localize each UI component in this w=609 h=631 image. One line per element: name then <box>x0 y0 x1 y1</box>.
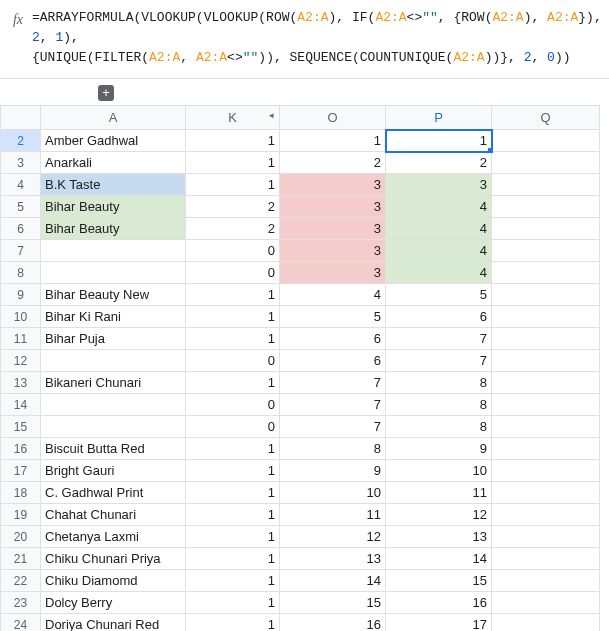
row-header[interactable]: 2 <box>1 130 41 152</box>
cell-O6[interactable]: 3 <box>280 218 386 240</box>
cell-A9[interactable]: Bihar Beauty New <box>41 284 186 306</box>
row-header[interactable]: 14 <box>1 394 41 416</box>
cell-Q20[interactable] <box>492 526 600 548</box>
row-header[interactable]: 3 <box>1 152 41 174</box>
cell-P13[interactable]: 8 <box>386 372 492 394</box>
cell-K23[interactable]: 1 <box>186 592 280 614</box>
cell-O11[interactable]: 6 <box>280 328 386 350</box>
cell-Q17[interactable] <box>492 460 600 482</box>
cell-Q18[interactable] <box>492 482 600 504</box>
row-header[interactable]: 17 <box>1 460 41 482</box>
spreadsheet-grid[interactable]: AK◂▸OPQ 2Amber Gadhwal1113Anarkali1224B.… <box>0 105 600 631</box>
cell-A7[interactable] <box>41 240 186 262</box>
cell-O7[interactable]: 3 <box>280 240 386 262</box>
cell-K22[interactable]: 1 <box>186 570 280 592</box>
cell-A16[interactable]: Biscuit Butta Red <box>41 438 186 460</box>
cell-P23[interactable]: 16 <box>386 592 492 614</box>
row-header[interactable]: 22 <box>1 570 41 592</box>
cell-P14[interactable]: 8 <box>386 394 492 416</box>
cell-O3[interactable]: 2 <box>280 152 386 174</box>
row-header[interactable]: 13 <box>1 372 41 394</box>
cell-Q7[interactable] <box>492 240 600 262</box>
column-header-P[interactable]: P <box>386 106 492 130</box>
cell-A21[interactable]: Chiku Chunari Priya <box>41 548 186 570</box>
cell-O18[interactable]: 10 <box>280 482 386 504</box>
cell-A8[interactable] <box>41 262 186 284</box>
cell-K7[interactable]: 0 <box>186 240 280 262</box>
cell-A13[interactable]: Bikaneri Chunari <box>41 372 186 394</box>
column-header-A[interactable]: A <box>41 106 186 130</box>
cell-P4[interactable]: 3 <box>386 174 492 196</box>
row-header[interactable]: 20 <box>1 526 41 548</box>
row-header[interactable]: 8 <box>1 262 41 284</box>
row-header[interactable]: 15 <box>1 416 41 438</box>
cell-K11[interactable]: 1 <box>186 328 280 350</box>
cell-Q8[interactable] <box>492 262 600 284</box>
cell-O24[interactable]: 16 <box>280 614 386 632</box>
cell-A19[interactable]: Chahat Chunari <box>41 504 186 526</box>
cell-A3[interactable]: Anarkali <box>41 152 186 174</box>
cell-A6[interactable]: Bihar Beauty <box>41 218 186 240</box>
cell-Q22[interactable] <box>492 570 600 592</box>
cell-P8[interactable]: 4 <box>386 262 492 284</box>
cell-K16[interactable]: 1 <box>186 438 280 460</box>
cell-A4[interactable]: B.K Taste <box>41 174 186 196</box>
formula-input[interactable]: =ARRAYFORMULA(VLOOKUP(VLOOKUP(ROW(A2:A),… <box>32 6 605 68</box>
cell-O19[interactable]: 11 <box>280 504 386 526</box>
cell-O10[interactable]: 5 <box>280 306 386 328</box>
cell-K10[interactable]: 1 <box>186 306 280 328</box>
cell-A17[interactable]: Bright Gauri <box>41 460 186 482</box>
cell-Q11[interactable] <box>492 328 600 350</box>
cell-K14[interactable]: 0 <box>186 394 280 416</box>
cell-Q15[interactable] <box>492 416 600 438</box>
row-header[interactable]: 9 <box>1 284 41 306</box>
cell-O20[interactable]: 12 <box>280 526 386 548</box>
cell-P20[interactable]: 13 <box>386 526 492 548</box>
cell-K9[interactable]: 1 <box>186 284 280 306</box>
cell-Q9[interactable] <box>492 284 600 306</box>
cell-K19[interactable]: 1 <box>186 504 280 526</box>
cell-O4[interactable]: 3 <box>280 174 386 196</box>
cell-Q6[interactable] <box>492 218 600 240</box>
cell-A24[interactable]: Doriya Chunari Red <box>41 614 186 632</box>
cell-A22[interactable]: Chiku Diamomd <box>41 570 186 592</box>
add-column-button[interactable]: + <box>98 85 114 101</box>
select-all-corner[interactable] <box>1 106 41 130</box>
cell-O8[interactable]: 3 <box>280 262 386 284</box>
row-header[interactable]: 19 <box>1 504 41 526</box>
cell-O13[interactable]: 7 <box>280 372 386 394</box>
cell-K12[interactable]: 0 <box>186 350 280 372</box>
cell-K8[interactable]: 0 <box>186 262 280 284</box>
cell-A10[interactable]: Bihar Ki Rani <box>41 306 186 328</box>
row-header[interactable]: 7 <box>1 240 41 262</box>
cell-Q4[interactable] <box>492 174 600 196</box>
row-header[interactable]: 23 <box>1 592 41 614</box>
cell-K6[interactable]: 2 <box>186 218 280 240</box>
cell-A15[interactable] <box>41 416 186 438</box>
cell-A2[interactable]: Amber Gadhwal <box>41 130 186 152</box>
cell-Q21[interactable] <box>492 548 600 570</box>
cell-Q13[interactable] <box>492 372 600 394</box>
column-group-toggle[interactable]: ◂▸ <box>267 110 280 120</box>
cell-P17[interactable]: 10 <box>386 460 492 482</box>
cell-O21[interactable]: 13 <box>280 548 386 570</box>
cell-A14[interactable] <box>41 394 186 416</box>
row-header[interactable]: 24 <box>1 614 41 632</box>
row-header[interactable]: 11 <box>1 328 41 350</box>
cell-O2[interactable]: 1 <box>280 130 386 152</box>
cell-O17[interactable]: 9 <box>280 460 386 482</box>
column-header-Q[interactable]: Q <box>492 106 600 130</box>
cell-A12[interactable] <box>41 350 186 372</box>
column-header-O[interactable]: O <box>280 106 386 130</box>
cell-A5[interactable]: Bihar Beauty <box>41 196 186 218</box>
cell-A23[interactable]: Dolcy Berry <box>41 592 186 614</box>
cell-P2[interactable]: 1 <box>386 130 492 152</box>
row-header[interactable]: 12 <box>1 350 41 372</box>
cell-P5[interactable]: 4 <box>386 196 492 218</box>
cell-Q3[interactable] <box>492 152 600 174</box>
cell-P12[interactable]: 7 <box>386 350 492 372</box>
cell-P3[interactable]: 2 <box>386 152 492 174</box>
cell-Q16[interactable] <box>492 438 600 460</box>
cell-P24[interactable]: 17 <box>386 614 492 632</box>
cell-Q2[interactable] <box>492 130 600 152</box>
